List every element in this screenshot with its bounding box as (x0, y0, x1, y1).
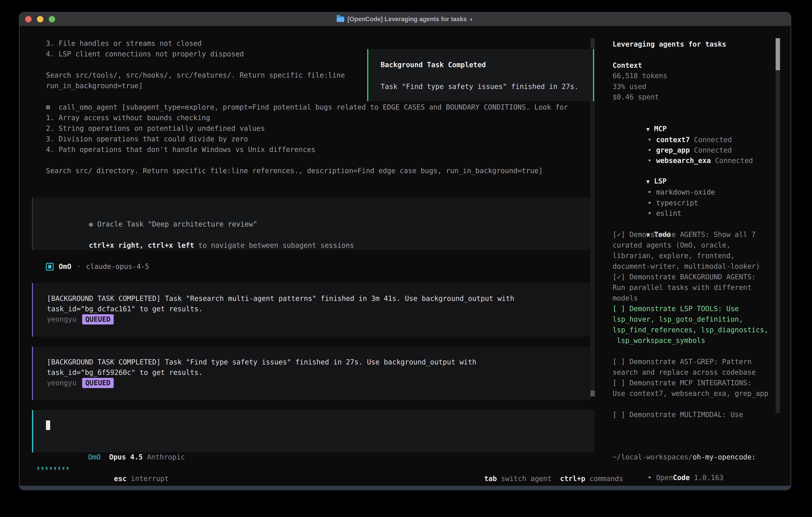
task1-queued-badge: QUEUED (82, 314, 114, 324)
shortcut-keys: ctrl+x right, ctrl+x left (89, 241, 194, 249)
shortcut-hint: to navigate between subagent sessions (194, 241, 354, 249)
agent-session-header: OmO · claude-opus-4-5 (46, 261, 149, 272)
todo-item: [ ] Demonstrate AST-GREP: Patternsearch … (613, 356, 768, 378)
status-dot-icon: • (647, 473, 652, 482)
prompt-input[interactable]: OmO Opus 4.5 Anthropic (32, 410, 594, 453)
status-dot-icon: • (647, 209, 652, 217)
text-cursor (46, 420, 50, 430)
scrollback-text-bottom: 1. Array access without bounds checking2… (46, 113, 543, 176)
input-model-name: Opus 4.5 (109, 453, 143, 461)
chat-scrollbar-thumb-top[interactable] (590, 38, 595, 49)
input-agent-name: OmO (88, 453, 101, 461)
maximize-window-button[interactable] (49, 16, 55, 22)
omo-agent-icon (46, 263, 54, 271)
context-heading: Context (613, 60, 642, 71)
separator-dot: · (77, 261, 81, 272)
session-sidebar: Leveraging agents for tasks Context 66,5… (597, 27, 791, 486)
oracle-task-title: Oracle Task "Deep architecture review" (97, 220, 257, 228)
agent-model: claude-opus-4-5 (86, 261, 149, 272)
window-title: [OpenCode] Leveraging agents for tasks ◐ (337, 16, 474, 23)
todo-item: [ ] Demonstrate MCP INTEGRATIONS:Use con… (613, 378, 768, 399)
todo-list: [✓] Demonstrate AGENTS: Show all 7curate… (613, 229, 768, 420)
toast-body: Task "Find type safety issues" finished … (381, 81, 578, 92)
oracle-task-panel: ◉ Oracle Task "Deep architecture review"… (32, 197, 590, 250)
sidebar-scrollbar[interactable] (776, 38, 780, 413)
window-title-text: [OpenCode] Leveraging agents for tasks (347, 16, 467, 23)
folder-icon (337, 17, 344, 22)
task2-user: yeongyu (47, 378, 77, 388)
traffic-lights (25, 16, 55, 22)
task2-line2: task_id="bg_6f59260c" to get results. (47, 367, 203, 378)
target-icon: ◉ (89, 220, 97, 228)
task1-user: yeongyu (47, 314, 77, 325)
context-tokens: 66,518 tokens (613, 71, 667, 81)
todo-item: [ ] Demonstrate LSP TOOLS: Uselsp_hover,… (613, 303, 768, 346)
opencode-version: •OpenCode 1.0.163 (614, 462, 724, 490)
close-window-button[interactable] (25, 16, 32, 22)
esc-key-hint: esc (114, 474, 127, 483)
esc-key-label: interrupt (127, 474, 169, 483)
chat-pane: 3. File handles or streams not closed4. … (20, 27, 597, 486)
task1-line2: task_id="bg_dcfac161" to get results. (47, 304, 203, 314)
working-spinner-dots (37, 466, 68, 471)
todo-item: [ ] Demonstrate MULTIMODAL: Use (613, 409, 768, 420)
agent-name: OmO (59, 261, 71, 272)
todo-item: [✓] Demonstrate BACKGROUND AGENTS:Run pa… (613, 272, 768, 303)
task2-queued-badge: QUEUED (82, 378, 114, 388)
notification-toast[interactable]: Background Task Completed Task "Find typ… (367, 49, 594, 101)
sidebar-scrollbar-thumb[interactable] (776, 38, 780, 70)
task1-line1: [BACKGROUND TASK COMPLETED] Task "Resear… (47, 293, 514, 304)
input-provider-name: Anthropic (147, 453, 185, 461)
session-title: Leveraging agents for tasks (613, 39, 726, 50)
window-titlebar[interactable]: [OpenCode] Leveraging agents for tasks ◐ (20, 12, 791, 26)
terminal-content: 3. File handles or streams not closed4. … (20, 27, 791, 486)
gear-icon: ⚙ (46, 102, 50, 113)
toast-title: Background Task Completed (381, 60, 486, 70)
ctrlp-key-hint: ctrl+p (560, 474, 585, 483)
tab-key-label: switch agent (497, 474, 552, 483)
chat-scrollbar-thumb-bottom[interactable] (590, 390, 595, 397)
opencode-terminal-window: [OpenCode] Leveraging agents for tasks ◐… (19, 12, 791, 490)
tab-key-hint: tab (484, 474, 497, 483)
task2-line1: [BACKGROUND TASK COMPLETED] Task "Find t… (47, 357, 476, 368)
minimize-window-button[interactable] (37, 16, 44, 22)
context-used: 33% used (613, 81, 646, 92)
background-task-message-2: [BACKGROUND TASK COMPLETED] Task "Find t… (32, 347, 590, 400)
status-dot-icon: • (647, 157, 652, 165)
tool-call-line: call_omo_agent [subagent_type=explore, p… (59, 102, 568, 113)
half-circle-status-icon: ◐ (470, 16, 473, 23)
background-task-message-1: [BACKGROUND TASK COMPLETED] Task "Resear… (32, 283, 590, 337)
statusbar-left: esc interrupt (80, 463, 169, 490)
context-spent: $0.46 spent (613, 92, 659, 102)
scrollback-text-top: 3. File handles or streams not closed4. … (46, 38, 345, 91)
todo-item: [✓] Demonstrate AGENTS: Show all 7curate… (613, 229, 768, 272)
